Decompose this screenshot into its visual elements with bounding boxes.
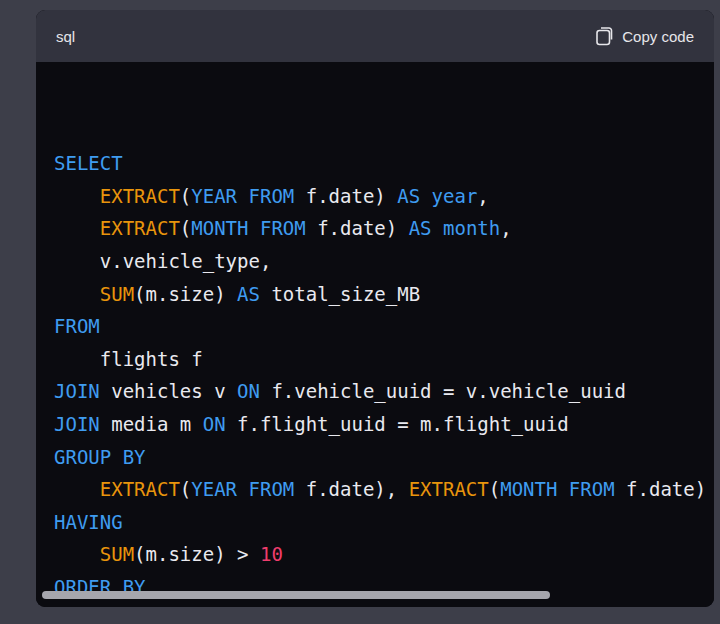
code-token-pl [237, 478, 248, 500]
code-token-kw: HAVING [54, 511, 123, 533]
copy-code-label: Copy code [622, 28, 694, 45]
code-token-pl: media m [100, 413, 203, 435]
language-label: sql [56, 28, 75, 45]
code-block-header: sql Copy code [36, 10, 714, 62]
code-token-pl: ( [180, 478, 191, 500]
code-token-pl: f.flight_uuid = m.flight_uuid [226, 413, 569, 435]
code-token-pl [420, 185, 431, 207]
code-token-pl [432, 217, 443, 239]
code-token-pl: f.date) [615, 478, 707, 500]
code-token-kw: AS [409, 217, 432, 239]
code-line: EXTRACT(YEAR FROM f.date), EXTRACT(MONTH… [54, 473, 714, 506]
code-token-pl: f.date) [306, 217, 409, 239]
code-token-pl: ( [180, 217, 191, 239]
code-line: JOIN media m ON f.flight_uuid = m.flight… [54, 408, 714, 441]
code-line: HAVING [54, 506, 714, 539]
code-token-pl [249, 217, 260, 239]
code-token-kw: month [443, 217, 500, 239]
code-token-pl: , [477, 185, 488, 207]
code-token-pl: v.vehicle_type, [54, 250, 271, 272]
code-token-pl: ( [180, 185, 191, 207]
code-token-pl: total_size_MB [260, 283, 420, 305]
code-token-pl: (m.size) > [134, 543, 260, 565]
code-token-kw: FROM [260, 217, 306, 239]
code-token-num: 10 [260, 543, 283, 565]
code-token-kw: MONTH [500, 478, 557, 500]
code-token-kw: YEAR [191, 478, 237, 500]
copy-code-button[interactable]: Copy code [596, 27, 694, 46]
code-token-kw: ON [203, 413, 226, 435]
code-token-kw: FROM [249, 478, 295, 500]
code-token-pl [54, 543, 100, 565]
code-token-fn: EXTRACT [409, 478, 489, 500]
code-token-kw: JOIN [54, 380, 100, 402]
code-token-pl: f.date), [294, 478, 408, 500]
code-token-pl: f.vehicle_uuid = v.vehicle_uuid [260, 380, 626, 402]
code-token-kw: FROM [54, 315, 100, 337]
code-token-fn: SUM [100, 543, 134, 565]
code-line: FROM [54, 310, 714, 343]
code-token-kw: SELECT [54, 152, 123, 174]
code-token-kw: MONTH [191, 217, 248, 239]
code-token-kw: YEAR [191, 185, 237, 207]
code-line: flights f [54, 343, 714, 376]
code-token-kw: GROUP BY [54, 446, 146, 468]
code-token-pl [54, 185, 100, 207]
code-token-kw: year [432, 185, 478, 207]
code-line: EXTRACT(YEAR FROM f.date) AS year, [54, 180, 714, 213]
code-line: EXTRACT(MONTH FROM f.date) AS month, [54, 212, 714, 245]
code-token-pl [54, 478, 100, 500]
code-token-kw: AS [397, 185, 420, 207]
code-token-pl [54, 217, 100, 239]
code-line: SELECT [54, 147, 714, 180]
code-token-pl [237, 185, 248, 207]
code-line: v.vehicle_type, [54, 245, 714, 278]
code-token-kw: FROM [569, 478, 615, 500]
code-token-pl: (m.size) [134, 283, 237, 305]
code-token-pl: ( [489, 478, 500, 500]
code-line: SUM(m.size) > 10 [54, 538, 714, 571]
code-token-fn: EXTRACT [100, 478, 180, 500]
code-token-pl: f.date) [294, 185, 397, 207]
code-lines-container: SELECT EXTRACT(YEAR FROM f.date) AS year… [54, 147, 714, 607]
code-token-fn: EXTRACT [100, 217, 180, 239]
code-token-kw: AS [237, 283, 260, 305]
horizontal-scrollbar-thumb[interactable] [42, 591, 550, 599]
clipboard-icon [596, 27, 613, 46]
code-token-fn: SUM [100, 283, 134, 305]
code-token-fn: EXTRACT [100, 185, 180, 207]
code-token-pl: vehicles v [100, 380, 237, 402]
code-line: JOIN vehicles v ON f.vehicle_uuid = v.ve… [54, 375, 714, 408]
code-token-kw: ON [237, 380, 260, 402]
code-area[interactable]: SELECT EXTRACT(YEAR FROM f.date) AS year… [36, 62, 714, 607]
code-token-pl [557, 478, 568, 500]
code-token-pl: , [500, 217, 511, 239]
code-line: GROUP BY [54, 441, 714, 474]
code-line: SUM(m.size) AS total_size_MB [54, 278, 714, 311]
code-token-kw: JOIN [54, 413, 100, 435]
code-block: sql Copy code SELECT EXTRACT(YEAR FROM f… [36, 10, 714, 607]
code-token-kw: FROM [249, 185, 295, 207]
code-token-pl: flights f [54, 348, 203, 370]
code-token-pl [54, 283, 100, 305]
code-line: year, month, v.vehicle_type; [54, 604, 714, 608]
